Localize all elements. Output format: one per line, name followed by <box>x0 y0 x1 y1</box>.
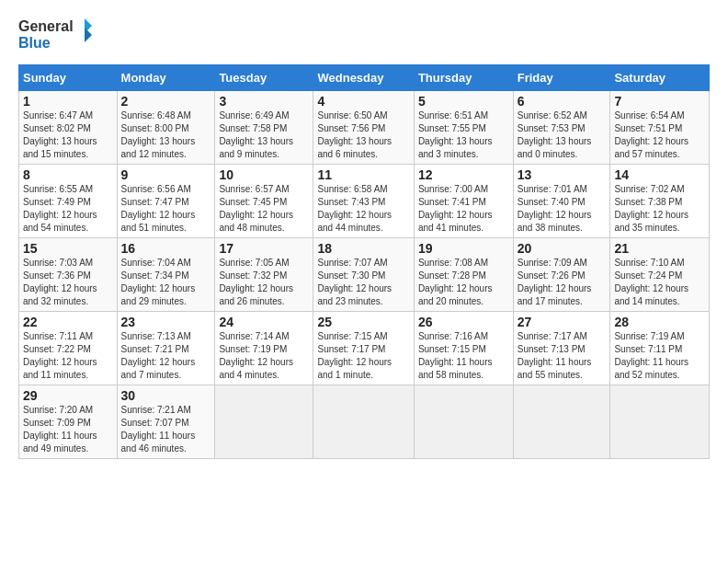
day-number: 6 <box>518 94 607 109</box>
calendar-cell: 29Sunrise: 7:20 AMSunset: 7:09 PMDayligh… <box>19 385 118 459</box>
calendar-cell: 6Sunrise: 6:52 AMSunset: 7:53 PMDaylight… <box>513 91 610 165</box>
calendar-cell: 4Sunrise: 6:50 AMSunset: 7:56 PMDaylight… <box>313 91 414 165</box>
day-info: Sunrise: 7:10 AMSunset: 7:24 PMDaylight:… <box>614 257 705 308</box>
weekday-header: Sunday <box>19 65 118 91</box>
calendar-cell: 27Sunrise: 7:17 AMSunset: 7:13 PMDayligh… <box>513 312 610 385</box>
svg-text:Blue: Blue <box>18 35 51 51</box>
calendar-table: SundayMondayTuesdayWednesdayThursdayFrid… <box>18 64 710 459</box>
day-number: 3 <box>219 94 309 109</box>
calendar-cell: 1Sunrise: 6:47 AMSunset: 8:02 PMDaylight… <box>19 91 118 165</box>
day-info: Sunrise: 7:11 AMSunset: 7:22 PMDaylight:… <box>23 330 113 382</box>
calendar-cell <box>313 385 414 459</box>
day-number: 1 <box>23 94 113 109</box>
day-info: Sunrise: 6:47 AMSunset: 8:02 PMDaylight:… <box>23 109 113 161</box>
day-info: Sunrise: 6:58 AMSunset: 7:43 PMDaylight:… <box>317 183 409 235</box>
day-info: Sunrise: 6:48 AMSunset: 8:00 PMDaylight:… <box>121 109 211 161</box>
day-info: Sunrise: 7:20 AMSunset: 7:09 PMDaylight:… <box>23 404 113 455</box>
day-info: Sunrise: 7:00 AMSunset: 7:41 PMDaylight:… <box>418 183 509 235</box>
day-number: 12 <box>418 167 509 182</box>
day-number: 13 <box>518 167 607 182</box>
day-info: Sunrise: 6:56 AMSunset: 7:47 PMDaylight:… <box>121 183 211 235</box>
calendar-header-row: SundayMondayTuesdayWednesdayThursdayFrid… <box>19 65 710 91</box>
day-number: 21 <box>614 241 705 256</box>
calendar-week-row: 8Sunrise: 6:55 AMSunset: 7:49 PMDaylight… <box>19 165 710 238</box>
logo-svg: General Blue <box>18 15 92 55</box>
day-info: Sunrise: 7:02 AMSunset: 7:38 PMDaylight:… <box>614 183 705 235</box>
day-number: 19 <box>418 241 509 256</box>
calendar-cell: 25Sunrise: 7:15 AMSunset: 7:17 PMDayligh… <box>313 312 414 385</box>
calendar-week-row: 15Sunrise: 7:03 AMSunset: 7:36 PMDayligh… <box>19 238 710 312</box>
calendar-cell: 21Sunrise: 7:10 AMSunset: 7:24 PMDayligh… <box>610 238 710 312</box>
day-info: Sunrise: 7:13 AMSunset: 7:21 PMDaylight:… <box>121 330 211 382</box>
calendar-week-row: 29Sunrise: 7:20 AMSunset: 7:09 PMDayligh… <box>19 385 710 459</box>
day-number: 2 <box>121 94 211 109</box>
day-number: 30 <box>121 388 211 403</box>
day-info: Sunrise: 7:15 AMSunset: 7:17 PMDaylight:… <box>317 330 409 382</box>
calendar-cell <box>610 385 710 459</box>
day-number: 26 <box>418 315 509 329</box>
calendar-cell: 18Sunrise: 7:07 AMSunset: 7:30 PMDayligh… <box>313 238 414 312</box>
day-number: 4 <box>317 94 409 109</box>
day-number: 17 <box>219 241 309 256</box>
day-info: Sunrise: 7:04 AMSunset: 7:34 PMDaylight:… <box>121 257 211 308</box>
weekday-header: Tuesday <box>215 65 313 91</box>
weekday-header: Wednesday <box>313 65 414 91</box>
day-info: Sunrise: 6:52 AMSunset: 7:53 PMDaylight:… <box>518 109 607 161</box>
weekday-header: Monday <box>117 65 215 91</box>
calendar-week-row: 22Sunrise: 7:11 AMSunset: 7:22 PMDayligh… <box>19 312 710 385</box>
svg-text:General: General <box>18 18 74 34</box>
day-number: 18 <box>317 241 409 256</box>
calendar-cell <box>414 385 513 459</box>
day-info: Sunrise: 6:51 AMSunset: 7:55 PMDaylight:… <box>418 109 509 161</box>
day-info: Sunrise: 7:09 AMSunset: 7:26 PMDaylight:… <box>518 257 607 308</box>
calendar-cell: 22Sunrise: 7:11 AMSunset: 7:22 PMDayligh… <box>19 312 118 385</box>
calendar-cell: 2Sunrise: 6:48 AMSunset: 8:00 PMDaylight… <box>117 91 215 165</box>
svg-marker-3 <box>85 28 92 42</box>
header: General Blue <box>18 15 710 55</box>
calendar-cell: 8Sunrise: 6:55 AMSunset: 7:49 PMDaylight… <box>19 165 118 238</box>
day-info: Sunrise: 6:57 AMSunset: 7:45 PMDaylight:… <box>219 183 309 235</box>
calendar-cell: 12Sunrise: 7:00 AMSunset: 7:41 PMDayligh… <box>414 165 513 238</box>
day-number: 27 <box>518 315 607 329</box>
calendar-cell: 11Sunrise: 6:58 AMSunset: 7:43 PMDayligh… <box>313 165 414 238</box>
calendar-cell: 17Sunrise: 7:05 AMSunset: 7:32 PMDayligh… <box>215 238 313 312</box>
day-number: 11 <box>317 167 409 182</box>
day-info: Sunrise: 7:01 AMSunset: 7:40 PMDaylight:… <box>518 183 607 235</box>
day-info: Sunrise: 7:07 AMSunset: 7:30 PMDaylight:… <box>317 257 409 308</box>
day-number: 29 <box>23 388 113 403</box>
day-number: 22 <box>23 315 113 329</box>
page: General Blue SundayMondayTuesdayWednesda… <box>0 0 728 468</box>
day-number: 14 <box>614 167 705 182</box>
calendar-cell: 16Sunrise: 7:04 AMSunset: 7:34 PMDayligh… <box>117 238 215 312</box>
weekday-header: Saturday <box>610 65 710 91</box>
day-number: 9 <box>121 167 211 182</box>
day-info: Sunrise: 7:16 AMSunset: 7:15 PMDaylight:… <box>418 330 509 382</box>
day-number: 25 <box>317 315 409 329</box>
calendar-cell: 14Sunrise: 7:02 AMSunset: 7:38 PMDayligh… <box>610 165 710 238</box>
day-number: 5 <box>418 94 509 109</box>
day-info: Sunrise: 7:17 AMSunset: 7:13 PMDaylight:… <box>518 330 607 382</box>
day-number: 24 <box>219 315 309 329</box>
day-info: Sunrise: 7:19 AMSunset: 7:11 PMDaylight:… <box>614 330 705 382</box>
day-number: 8 <box>23 167 113 182</box>
weekday-header: Thursday <box>414 65 513 91</box>
calendar-cell: 3Sunrise: 6:49 AMSunset: 7:58 PMDaylight… <box>215 91 313 165</box>
day-info: Sunrise: 6:54 AMSunset: 7:51 PMDaylight:… <box>614 109 705 161</box>
calendar-cell: 7Sunrise: 6:54 AMSunset: 7:51 PMDaylight… <box>610 91 710 165</box>
calendar-cell: 5Sunrise: 6:51 AMSunset: 7:55 PMDaylight… <box>414 91 513 165</box>
day-info: Sunrise: 7:14 AMSunset: 7:19 PMDaylight:… <box>219 330 309 382</box>
calendar-cell: 26Sunrise: 7:16 AMSunset: 7:15 PMDayligh… <box>414 312 513 385</box>
day-number: 28 <box>614 315 705 329</box>
day-number: 7 <box>614 94 705 109</box>
calendar-cell: 28Sunrise: 7:19 AMSunset: 7:11 PMDayligh… <box>610 312 710 385</box>
day-number: 23 <box>121 315 211 329</box>
calendar-cell <box>513 385 610 459</box>
day-info: Sunrise: 7:21 AMSunset: 7:07 PMDaylight:… <box>121 404 211 455</box>
calendar-cell: 13Sunrise: 7:01 AMSunset: 7:40 PMDayligh… <box>513 165 610 238</box>
calendar-cell <box>215 385 313 459</box>
weekday-header: Friday <box>513 65 610 91</box>
calendar-cell: 19Sunrise: 7:08 AMSunset: 7:28 PMDayligh… <box>414 238 513 312</box>
calendar-cell: 9Sunrise: 6:56 AMSunset: 7:47 PMDaylight… <box>117 165 215 238</box>
calendar-week-row: 1Sunrise: 6:47 AMSunset: 8:02 PMDaylight… <box>19 91 710 165</box>
calendar-cell: 24Sunrise: 7:14 AMSunset: 7:19 PMDayligh… <box>215 312 313 385</box>
